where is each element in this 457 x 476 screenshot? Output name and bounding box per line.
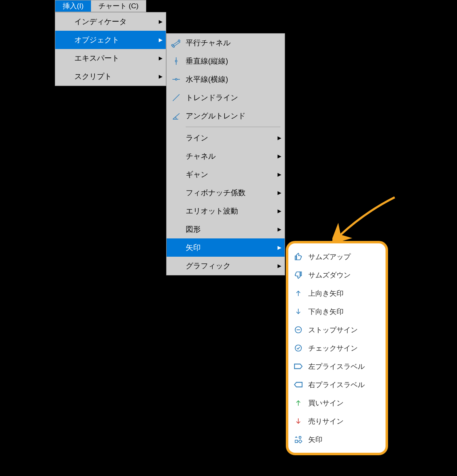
menu-item-arrow[interactable]: 矢印▶ [167, 238, 285, 257]
svg-point-3 [178, 40, 180, 42]
popup-item-label: 買いサイン [308, 398, 344, 408]
menu-item-label: 矢印 [186, 243, 274, 253]
svg-point-6 [175, 60, 177, 62]
menu-item-label: 平行チャネル [186, 38, 285, 48]
popup-item-label: 左プライスラベル [308, 362, 365, 371]
submenu-arrow-icon: ▶ [274, 245, 285, 250]
menu-item-line[interactable]: ライン▶ [167, 129, 285, 147]
popup-item-stop-sign[interactable]: ストップサイン [288, 321, 386, 339]
popup-item-arrows[interactable]: 矢印 [288, 430, 386, 449]
menu-item-label: 水平線(横線) [186, 74, 285, 84]
popup-item-thumbs-down[interactable]: サムズダウン [288, 266, 386, 284]
menu-item-label: エキスパート [74, 53, 155, 63]
submenu-arrow-icon: ▶ [274, 263, 285, 269]
menu-item-horizontal-line[interactable]: 水平線(横線) [167, 70, 285, 88]
menu-item-label: エリオット波動 [186, 206, 274, 216]
menu-item-trendline[interactable]: トレンドライン [167, 88, 285, 107]
angle-trend-icon [167, 107, 186, 125]
svg-rect-16 [295, 440, 298, 443]
submenu-arrow-icon: ▶ [155, 55, 166, 61]
arrow-up-icon [288, 284, 308, 302]
popup-item-label: 矢印 [308, 435, 322, 444]
svg-line-0 [172, 41, 179, 45]
menu-item-channel[interactable]: チャネル▶ [167, 147, 285, 165]
popup-item-buy-sign[interactable]: 買いサイン [288, 394, 386, 412]
popup-item-arrow-up[interactable]: 上向き矢印 [288, 284, 386, 302]
submenu-arrow-popup: サムズアップ サムズダウン 上向き矢印 下向き矢印 ストップサイン チェックサイ… [286, 241, 388, 455]
popup-item-label: サムズアップ [308, 252, 351, 262]
menubar-tab-insert[interactable]: 挿入(I) [55, 0, 91, 12]
menu-item-equidistant[interactable]: 平行チャネル [167, 34, 285, 52]
submenu-arrow-icon: ▶ [155, 37, 166, 43]
thumbs-up-icon [288, 248, 308, 266]
popup-item-label: チェックサイン [308, 344, 358, 353]
submenu-arrow-icon: ▶ [274, 172, 285, 177]
arrow-down-icon [288, 302, 308, 321]
popup-item-sell-sign[interactable]: 売りサイン [288, 412, 386, 430]
menu-item-object[interactable]: オブジェクト ▶ [55, 31, 166, 49]
menubar: 挿入(I) チャート (C) [55, 0, 146, 12]
svg-line-1 [174, 42, 180, 47]
menu-item-label: ギャン [186, 169, 274, 179]
menu-item-label: スクリプト [74, 71, 155, 81]
menu-item-label: アングルトレンド [186, 111, 285, 121]
menu-separator [186, 127, 280, 127]
svg-point-8 [175, 79, 177, 80]
popup-item-label: ストップサイン [308, 325, 358, 335]
sell-sign-icon [288, 412, 308, 430]
thumbs-down-icon [288, 266, 308, 284]
menu-item-label: ライン [186, 133, 274, 143]
popup-item-label: サムズダウン [308, 270, 351, 280]
menu-item-indicator[interactable]: インディケータ ▶ [55, 12, 166, 31]
menu-item-gann[interactable]: ギャン▶ [167, 165, 285, 184]
menu-item-label: 図形 [186, 224, 274, 234]
menu-item-shape[interactable]: 図形▶ [167, 220, 285, 238]
popup-item-label: 右プライスラベル [308, 380, 365, 390]
menu-item-label: トレンドライン [186, 93, 285, 103]
stop-sign-icon [288, 321, 308, 339]
submenu-arrow-icon: ▶ [274, 226, 285, 232]
menu-object: 平行チャネル 垂直線(縦線) 水平線(横線) トレンドライン アングルトレンド … [166, 33, 285, 275]
menu-item-elliott[interactable]: エリオット波動▶ [167, 202, 285, 220]
submenu-arrow-icon: ▶ [274, 135, 285, 141]
arrow-codes-icon [288, 430, 308, 449]
menu-item-fibonacci[interactable]: フィボナッチ係数▶ [167, 184, 285, 202]
check-sign-icon [288, 339, 308, 357]
submenu-arrow-icon: ▶ [274, 190, 285, 196]
popup-item-left-price-label[interactable]: 左プライスラベル [288, 357, 386, 375]
vertical-line-icon [167, 52, 186, 70]
menu-item-label: グラフィック [186, 261, 274, 271]
menu-item-label: オブジェクト [74, 35, 155, 45]
svg-line-9 [173, 94, 179, 101]
submenu-arrow-icon: ▶ [155, 74, 166, 79]
menubar-tab-chart[interactable]: チャート (C) [91, 0, 146, 12]
menu-insert: インディケータ ▶ オブジェクト ▶ エキスパート ▶ スクリプト ▶ [55, 12, 166, 86]
svg-point-14 [295, 345, 302, 351]
popup-item-right-price-label[interactable]: 右プライスラベル [288, 375, 386, 394]
menu-item-script[interactable]: スクリプト ▶ [55, 67, 166, 86]
submenu-arrow-icon: ▶ [274, 208, 285, 214]
svg-point-15 [299, 437, 301, 439]
equidistant-channel-icon [167, 34, 186, 52]
horizontal-line-icon [167, 70, 186, 88]
buy-sign-icon [288, 394, 308, 412]
trendline-icon [167, 88, 186, 107]
popup-item-label: 上向き矢印 [308, 289, 344, 298]
menu-item-graphic[interactable]: グラフィック▶ [167, 257, 285, 275]
popup-item-arrow-down[interactable]: 下向き矢印 [288, 302, 386, 321]
popup-item-label: 売りサイン [308, 417, 344, 426]
svg-rect-17 [298, 439, 302, 443]
menu-item-label: チャネル [186, 151, 274, 161]
menu-item-expert[interactable]: エキスパート ▶ [55, 49, 166, 67]
svg-point-4 [173, 46, 174, 47]
right-price-label-icon [288, 375, 308, 394]
menu-item-angle-trend[interactable]: アングルトレンド [167, 107, 285, 125]
annotation-arrow-icon [332, 195, 399, 245]
popup-item-check-sign[interactable]: チェックサイン [288, 339, 386, 357]
menu-item-label: インディケータ [74, 17, 155, 27]
menu-item-vertical-line[interactable]: 垂直線(縦線) [167, 52, 285, 70]
menu-item-label: フィボナッチ係数 [186, 188, 274, 198]
menu-item-label: 垂直線(縦線) [186, 56, 285, 66]
popup-item-thumbs-up[interactable]: サムズアップ [288, 248, 386, 266]
left-price-label-icon [288, 357, 308, 375]
